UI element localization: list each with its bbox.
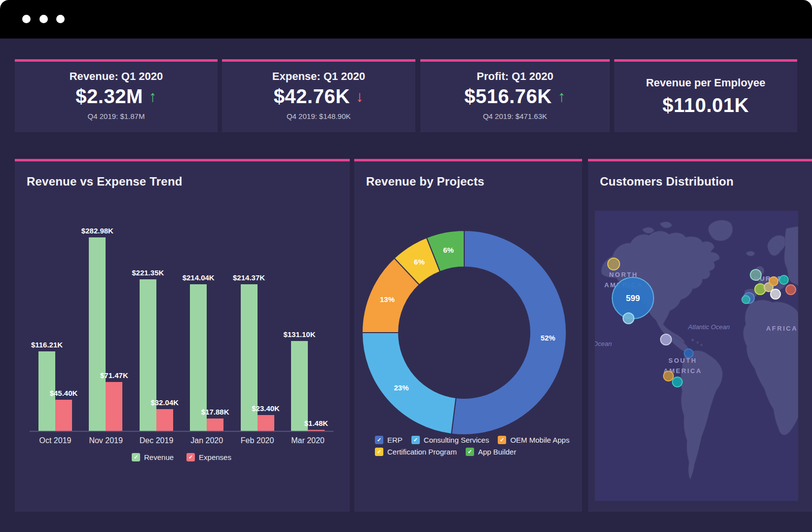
map-bubble[interactable] (769, 277, 778, 286)
donut-percent-label: 23% (394, 383, 408, 392)
kpi-footnote: Q4 2019: $1.87M (15, 112, 218, 120)
window-dot-icon[interactable] (56, 15, 65, 23)
legend-checkbox[interactable]: ✓ (375, 448, 383, 456)
window-dot-icon[interactable] (39, 15, 48, 23)
revenue-bar[interactable]: $282.98K (89, 237, 106, 431)
kpi-footnote: Q4 2019: $471.63K (420, 112, 610, 120)
legend-label: Certification Program (387, 448, 457, 456)
legend-label: Expenses (199, 453, 231, 461)
legend-checkbox[interactable]: ✓ (411, 436, 420, 444)
legend-item[interactable]: ✓OEM Mobile Apps (498, 436, 569, 444)
map-bubble[interactable] (608, 258, 620, 270)
map-ocean-label: Pacific Ocean (595, 340, 612, 347)
bar-chart: $116.21K$45.40K$282.98K$71.47K$221.35K$3… (30, 223, 333, 461)
kpi-card-profit: Profit: Q1 2020 $516.76K ↑ Q4 2019: $471… (420, 59, 610, 132)
legend-checkbox[interactable]: ✓ (498, 436, 506, 444)
revenue-bar[interactable]: $131.10K (291, 341, 308, 431)
map-bubble-value: 599 (626, 294, 640, 303)
revenue-bar[interactable]: $221.35K (140, 279, 156, 431)
kpi-title: Revenue: Q1 2020 (15, 70, 218, 83)
legend-label: App Builder (478, 448, 517, 456)
kpi-footnote: Q4 2019: $148.90K (222, 112, 415, 120)
landmass-caribbean (692, 339, 694, 342)
legend-checkbox[interactable]: ✓ (375, 436, 383, 444)
map-bubble[interactable] (742, 296, 750, 304)
donut-percent-label: 6% (443, 246, 454, 254)
map-bubble[interactable] (684, 349, 693, 358)
map-bubble[interactable] (755, 284, 766, 295)
bar-value-label: $1.48K (304, 419, 328, 427)
expense-bar[interactable]: $32.04K (156, 409, 173, 431)
kpi-card-revenue: Revenue: Q1 2020 $2.32M ↑ Q4 2019: $1.87… (15, 59, 218, 132)
map-region-label: AFRICA (766, 325, 798, 332)
bar-plot-area: $116.21K$45.40K$282.98K$71.47K$221.35K$3… (30, 223, 333, 432)
x-axis-tick-label: Oct 2019 (38, 436, 72, 445)
x-axis-tick-label: Nov 2019 (89, 436, 122, 445)
donut-chart: 52%23%13%6%6% (354, 161, 582, 512)
panel-revenue-by-projects: Revenue by Projects 52%23%13%6%6% ✓ERP✓C… (354, 159, 582, 512)
kpi-title: Revenue per Employee (614, 76, 797, 89)
window-dot-icon[interactable] (22, 15, 31, 23)
map-bubble[interactable] (786, 285, 796, 295)
x-axis-tick-label: Mar 2020 (291, 436, 325, 445)
map-ocean-label: Atlantic Ocean (688, 323, 730, 331)
expense-bar[interactable]: $17.88K (207, 418, 223, 431)
bar-group: $116.21K$45.40K (38, 351, 72, 431)
bar-group: $131.10K$1.48K (291, 341, 325, 431)
x-axis-tick-label: Feb 2020 (241, 436, 274, 445)
expense-bar[interactable]: $23.40K (258, 415, 274, 431)
map-bubble[interactable] (779, 275, 788, 284)
bar-value-label: $71.47K (100, 371, 128, 380)
world-bubble-map: NORTHAMERICASOUTHAMERICAEUROPEAFRICAAtla… (595, 211, 798, 501)
kpi-title: Expense: Q1 2020 (222, 70, 415, 83)
legend-checkbox[interactable]: ✓ (132, 453, 140, 461)
legend-checkbox[interactable]: ✓ (466, 448, 474, 456)
legend-label: Consulting Services (424, 436, 489, 444)
legend-item[interactable]: ✓Expenses (186, 453, 231, 461)
bar-value-label: $214.04K (183, 273, 215, 282)
kpi-value: $42.76K (274, 85, 350, 108)
legend-item[interactable]: ✓App Builder (466, 448, 517, 456)
bar-group: $214.04K$17.88K (190, 284, 223, 431)
landmass-caribbean (697, 342, 699, 343)
trend-up-arrow-icon: ↑ (558, 89, 566, 104)
expense-bar[interactable]: $1.48K (308, 430, 325, 431)
map-bubble[interactable] (664, 371, 673, 381)
donut-slice[interactable] (362, 333, 456, 434)
bar-group: $221.35K$32.04K (140, 279, 173, 431)
legend-checkbox[interactable]: ✓ (186, 453, 195, 461)
donut-slice[interactable] (451, 230, 566, 435)
kpi-value: $2.32M (75, 85, 143, 108)
bar-category-axis: Oct 2019Nov 2019Dec 2019Jan 2020Feb 2020… (30, 436, 333, 445)
x-axis-tick-label: Dec 2019 (140, 436, 173, 445)
bar-chart-legend: ✓Revenue✓Expenses (30, 453, 333, 461)
trend-up-arrow-icon: ↑ (149, 89, 157, 104)
dashboard-content: Revenue: Q1 2020 $2.32M ↑ Q4 2019: $1.87… (0, 38, 812, 532)
donut-percent-label: 6% (414, 258, 425, 266)
legend-item[interactable]: ✓Consulting Services (411, 436, 489, 444)
kpi-value: $110.01K (663, 94, 749, 116)
map-bubble[interactable] (771, 289, 780, 299)
legend-item[interactable]: ✓Revenue (132, 453, 174, 461)
bar-value-label: $214.37K (233, 273, 265, 282)
legend-item[interactable]: ✓ERP (375, 436, 403, 444)
bar-group: $214.37K$23.40K (241, 284, 274, 431)
map-bubble[interactable] (672, 377, 682, 387)
bar-value-label: $116.21K (31, 341, 63, 349)
kpi-value: $516.76K (464, 85, 552, 108)
legend-item[interactable]: ✓Certification Program (375, 448, 457, 456)
map-bubble[interactable] (750, 269, 761, 280)
bar-value-label: $23.40K (252, 404, 280, 413)
browser-titlebar (0, 0, 812, 38)
bar-group: $282.98K$71.47K (89, 237, 122, 431)
map-bubble[interactable] (623, 313, 634, 324)
bar-value-label: $221.35K (132, 268, 164, 277)
kpi-title: Profit: Q1 2020 (420, 70, 610, 83)
map-bubble[interactable] (661, 334, 671, 345)
landmass-caribbean (701, 344, 702, 346)
expense-bar[interactable]: $71.47K (106, 382, 122, 431)
x-axis-tick-label: Jan 2020 (190, 436, 223, 445)
expense-bar[interactable]: $45.40K (55, 400, 72, 431)
panel-title: Revenue vs Expense Trend (27, 175, 350, 189)
bar-value-label: $282.98K (81, 227, 113, 235)
